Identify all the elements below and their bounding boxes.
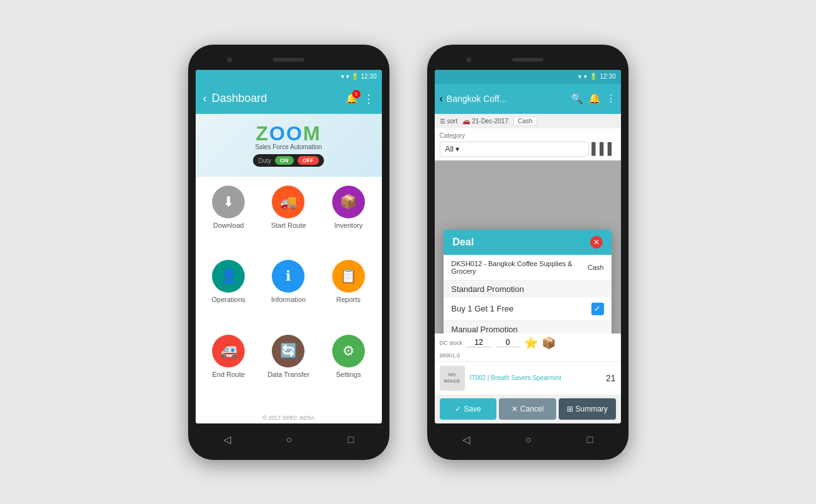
inventory-label: Inventory bbox=[334, 221, 362, 229]
barcode-icon[interactable]: ▌▌▌ bbox=[591, 142, 615, 155]
promo-row-buy1get1: Buy 1 Get 1 Free ✓ bbox=[444, 298, 611, 321]
zoom-o1: O bbox=[269, 122, 286, 145]
nav-home-1[interactable]: ○ bbox=[286, 434, 293, 445]
phone-1-speaker bbox=[273, 58, 305, 62]
standard-promo-label: Standard Promotion bbox=[444, 281, 611, 298]
back-button-1[interactable]: ‹ bbox=[203, 92, 207, 105]
phone-1: ▾ ▾ 🔋 12:30 ‹ Dashboard 🔔 5 ⋮ bbox=[188, 45, 389, 460]
menu-item-inventory[interactable]: 📦 Inventory bbox=[321, 186, 375, 254]
date-label: 21-Dec-2017 bbox=[472, 118, 508, 125]
zoom-o2: O bbox=[286, 122, 303, 145]
nav-recent-2[interactable]: □ bbox=[587, 434, 593, 445]
dashboard-banner: ZOOM Sales Force Automation Duty ON OFF bbox=[196, 114, 382, 177]
order-header: ‹ Bangkok Coff... 🔍 🔔 ⋮ bbox=[435, 84, 621, 114]
reports-icon: 📋 bbox=[332, 260, 365, 293]
dashboard-grid: ⬇ Download 🚚 Start Route 📦 Inventory 👤 O… bbox=[196, 177, 382, 412]
back-button-2[interactable]: ‹ bbox=[440, 93, 443, 104]
search-icon-2[interactable]: 🔍 bbox=[571, 92, 583, 104]
end-route-icon: 🚑 bbox=[212, 335, 245, 367]
nav-home-2[interactable]: ○ bbox=[525, 434, 532, 445]
product-row: NOIMAGE IT002 | Breath Savers Spearmint … bbox=[435, 361, 621, 395]
footer-copyright: © 2017 SPEC INDIA bbox=[196, 412, 382, 423]
phone-1-bottom-bar: ◁ ○ □ bbox=[196, 427, 382, 452]
sort-button[interactable]: ☰ sort bbox=[440, 118, 458, 125]
dc-stock-input-2[interactable] bbox=[495, 338, 520, 347]
phone-1-camera bbox=[227, 57, 232, 62]
sort-label: sort bbox=[447, 118, 458, 125]
header-icons-1: 🔔 5 ⋮ bbox=[345, 92, 374, 106]
deal-modal-title: Deal bbox=[452, 237, 474, 248]
operations-label: Operations bbox=[211, 296, 245, 303]
order-header-icons: 🔍 🔔 ⋮ bbox=[571, 92, 616, 104]
phone-2-screen: ▾ ▾ 🔋 12:30 ‹ Bangkok Coff... 🔍 🔔 ⋮ ☰ bbox=[435, 70, 621, 423]
dc-stock-label: DC stock bbox=[440, 340, 463, 346]
product-code-text: IT002 bbox=[470, 374, 486, 381]
product-thumbnail: NOIMAGE bbox=[440, 366, 465, 391]
wifi-icon-2: ▾ bbox=[578, 73, 581, 80]
phone-1-top bbox=[196, 52, 382, 67]
wifi-icon: ▾ bbox=[341, 73, 344, 80]
start-route-label: Start Route bbox=[271, 221, 306, 229]
category-select-row: All ▾ ▌▌▌ bbox=[440, 142, 616, 157]
app-header-1: ‹ Dashboard 🔔 5 ⋮ bbox=[196, 84, 382, 114]
notification-button-1[interactable]: 🔔 5 bbox=[345, 92, 358, 104]
sfa-subtitle: Sales Force Automation bbox=[255, 143, 321, 150]
product-qty: 21 bbox=[606, 373, 616, 383]
status-bar-2: ▾ ▾ 🔋 12:30 bbox=[435, 70, 621, 84]
more-icon-2[interactable]: ⋮ bbox=[606, 92, 616, 104]
dc-stock-input-1[interactable] bbox=[466, 338, 491, 347]
nav-recent-1[interactable]: □ bbox=[348, 434, 354, 445]
settings-icon: ⚙ bbox=[332, 335, 365, 367]
nav-back-1[interactable]: ◁ bbox=[223, 434, 231, 445]
menu-item-information[interactable]: ℹ Information bbox=[262, 260, 315, 328]
cancel-x-icon: ✕ bbox=[511, 405, 518, 413]
notification-badge-1: 5 bbox=[352, 90, 360, 98]
deal-close-button[interactable]: ✕ bbox=[590, 236, 603, 249]
deal-customer-row: DKSH012 - Bangkok Coffee Supplies & Groc… bbox=[444, 255, 611, 281]
menu-item-download[interactable]: ⬇ Download bbox=[202, 186, 255, 254]
phone-1-screen: ▾ ▾ 🔋 12:30 ‹ Dashboard 🔔 5 ⋮ bbox=[196, 70, 382, 423]
toggle-on[interactable]: ON bbox=[275, 156, 294, 165]
menu-item-data-transfer[interactable]: 🔄 Data Transfer bbox=[262, 335, 315, 403]
status-icons-1: ▾ ▾ 🔋 12:30 bbox=[341, 73, 376, 80]
time-display-2: 12:30 bbox=[600, 73, 615, 80]
summary-button[interactable]: ⊞ Summary bbox=[559, 398, 616, 420]
deal-modal-header: Deal ✕ bbox=[444, 230, 611, 255]
more-icon-1[interactable]: ⋮ bbox=[363, 92, 374, 106]
save-button[interactable]: ✓ Save bbox=[440, 398, 497, 420]
menu-item-start-route[interactable]: 🚚 Start Route bbox=[262, 186, 315, 254]
category-value: All bbox=[445, 145, 454, 154]
customer-code: DKSH012 - Bangkok Coffee Supplies & Groc… bbox=[451, 260, 588, 275]
save-label: Save bbox=[464, 405, 481, 413]
download-label: Download bbox=[213, 221, 244, 229]
cancel-button[interactable]: ✕ Cancel bbox=[499, 398, 556, 420]
deal-modal-overlay: Deal ✕ DKSH012 - Bangkok Coffee Supplies… bbox=[435, 160, 621, 333]
nav-back-2[interactable]: ◁ bbox=[462, 434, 470, 445]
data-transfer-icon: 🔄 bbox=[272, 335, 305, 367]
signal-icon-2: ▾ bbox=[584, 73, 587, 80]
box-icon: 📦 bbox=[542, 336, 556, 350]
bell-icon-2[interactable]: 🔔 bbox=[588, 92, 601, 104]
toggle-off[interactable]: OFF bbox=[298, 156, 319, 165]
zoom-z: Z bbox=[256, 122, 270, 145]
menu-item-operations[interactable]: 👤 Operations bbox=[202, 260, 255, 328]
information-label: Information bbox=[271, 296, 306, 303]
calendar-icon: 🚗 bbox=[462, 118, 470, 125]
duty-toggle[interactable]: Duty ON OFF bbox=[253, 154, 323, 167]
save-check-icon: ✓ bbox=[455, 405, 461, 413]
category-label: Category bbox=[440, 132, 466, 139]
promo-checkbox-buy1get1[interactable]: ✓ bbox=[591, 303, 604, 315]
deal-modal: Deal ✕ DKSH012 - Bangkok Coffee Supplies… bbox=[444, 230, 611, 333]
menu-item-end-route[interactable]: 🚑 End Route bbox=[202, 335, 255, 403]
menu-item-reports[interactable]: 📋 Reports bbox=[321, 260, 375, 328]
time-display-1: 12:30 bbox=[360, 73, 376, 80]
cash-badge[interactable]: Cash bbox=[513, 116, 537, 126]
summary-grid-icon: ⊞ bbox=[567, 405, 573, 413]
phone-2-bottom-bar: ◁ ○ □ bbox=[435, 427, 621, 452]
category-dropdown[interactable]: All ▾ bbox=[440, 142, 590, 157]
dc-stock-row: DC stock ⭐ 📦 bbox=[435, 333, 621, 352]
duty-label: Duty bbox=[258, 157, 271, 164]
dc-stock-num: 98901.0 bbox=[435, 352, 621, 361]
date-filter[interactable]: 🚗 21-Dec-2017 bbox=[462, 118, 508, 125]
menu-item-settings[interactable]: ⚙ Settings bbox=[321, 335, 375, 403]
